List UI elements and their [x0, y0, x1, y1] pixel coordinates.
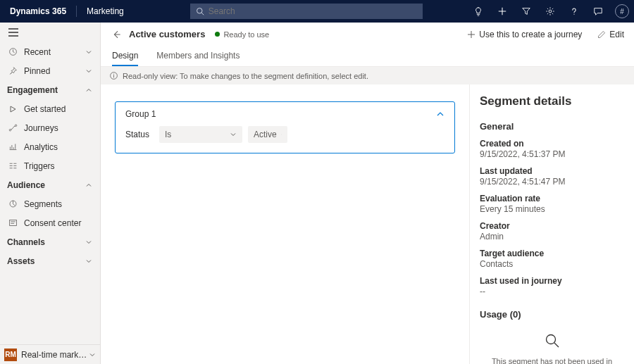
- chevron-down-icon: [85, 68, 93, 75]
- tab-design[interactable]: Design: [112, 46, 138, 66]
- play-icon: [7, 105, 18, 113]
- tab-members[interactable]: Members and Insights: [156, 46, 240, 66]
- nav-label: Assets: [7, 256, 85, 266]
- consent-icon: [7, 218, 18, 227]
- collapse-button[interactable]: [436, 110, 445, 118]
- clock-icon: [7, 47, 18, 56]
- nav-section-engagement[interactable]: Engagement: [0, 80, 100, 99]
- tab-bar: Design Members and Insights: [101, 46, 634, 67]
- create-journey-button[interactable]: Use this to create a journey: [464, 27, 585, 42]
- detail-label: Last updated: [480, 166, 624, 176]
- nav-recent[interactable]: Recent: [0, 42, 100, 61]
- nav-consent-center[interactable]: Consent center: [0, 213, 100, 232]
- group-title: Group 1: [125, 109, 156, 119]
- pencil-icon: [597, 30, 606, 39]
- nav-label: Segments: [24, 199, 93, 209]
- area-switcher[interactable]: RM Real-time marketi...: [0, 344, 100, 364]
- svg-line-1: [201, 13, 204, 15]
- filter-icon[interactable]: [514, 0, 538, 23]
- detail-value: 9/15/2022, 4:51:37 PM: [480, 149, 624, 159]
- action-label: Use this to create a journey: [479, 30, 582, 39]
- info-icon: [109, 71, 118, 80]
- global-search[interactable]: [190, 4, 423, 19]
- value-text: Active: [254, 130, 277, 139]
- nav-label: Pinned: [24, 66, 85, 76]
- nav-section-audience[interactable]: Audience: [0, 175, 100, 194]
- pin-icon: [7, 66, 18, 75]
- help-icon[interactable]: [562, 0, 586, 23]
- plus-icon[interactable]: [490, 0, 514, 23]
- chevron-down-icon: [85, 258, 93, 265]
- chevron-up-icon: [85, 87, 93, 94]
- detail-creator: Creator Admin: [480, 221, 624, 241]
- status-indicator: Ready to use: [215, 30, 269, 39]
- nav-label: Triggers: [24, 161, 93, 171]
- nav-label: Get started: [24, 104, 93, 114]
- hamburger-icon: [8, 28, 18, 37]
- operator-select[interactable]: Is: [159, 126, 242, 143]
- area-label: Real-time marketi...: [21, 350, 89, 360]
- svg-line-10: [554, 343, 559, 347]
- segment-details-panel: Segment details General Created on 9/15/…: [469, 84, 634, 364]
- chevron-up-icon: [436, 110, 445, 118]
- user-avatar[interactable]: #: [610, 0, 634, 23]
- lightbulb-icon[interactable]: [466, 0, 490, 23]
- chat-icon[interactable]: [586, 0, 610, 23]
- readonly-text: Read-only view: To make changes to the s…: [123, 72, 368, 80]
- detail-value: Admin: [480, 232, 624, 241]
- detail-label: Target audience: [480, 249, 624, 258]
- nav-section-channels[interactable]: Channels: [0, 232, 100, 251]
- usage-empty-text: This segment has not been used in journe…: [480, 356, 624, 364]
- nav-label: Journeys: [24, 123, 93, 133]
- svg-point-0: [197, 8, 202, 14]
- app-name[interactable]: Marketing: [77, 6, 134, 16]
- search-icon: [544, 332, 561, 349]
- chevron-down-icon: [230, 131, 237, 138]
- header-actions: #: [466, 0, 634, 23]
- search-input[interactable]: [209, 6, 417, 16]
- nav-journeys[interactable]: Journeys: [0, 118, 100, 137]
- arrow-left-icon: [111, 30, 121, 39]
- svg-rect-7: [9, 220, 16, 225]
- nav-analytics[interactable]: Analytics: [0, 137, 100, 156]
- chevron-down-icon: [85, 49, 93, 56]
- detail-label: Created on: [480, 139, 624, 149]
- filter-row: Status Is Active: [125, 126, 445, 143]
- nav-section-assets[interactable]: Assets: [0, 251, 100, 270]
- group-card: Group 1 Status Is Active: [115, 101, 455, 153]
- nav-triggers[interactable]: Triggers: [0, 156, 100, 175]
- back-button[interactable]: [108, 30, 125, 39]
- status-text: Ready to use: [223, 30, 269, 39]
- nav-label: Analytics: [24, 142, 93, 152]
- gear-icon[interactable]: [538, 0, 562, 23]
- svg-point-9: [546, 335, 555, 344]
- area-badge: RM: [4, 349, 17, 361]
- chevron-up-icon: [85, 182, 93, 189]
- details-title: Segment details: [480, 94, 624, 108]
- nav-label: Engagement: [7, 85, 85, 95]
- search-icon: [196, 7, 204, 15]
- nav-segments[interactable]: Segments: [0, 194, 100, 213]
- nav-label: Channels: [7, 237, 85, 247]
- nav-get-started[interactable]: Get started: [0, 99, 100, 118]
- value-select[interactable]: Active: [248, 126, 287, 143]
- status-dot-icon: [215, 32, 220, 37]
- svg-point-2: [549, 10, 552, 13]
- brand-label[interactable]: Dynamics 365: [0, 0, 76, 23]
- detail-label: Evaluation rate: [480, 194, 624, 203]
- triggers-icon: [7, 161, 18, 170]
- nav-label: Consent center: [24, 218, 93, 228]
- detail-evaluation-rate: Evaluation rate Every 15 minutes: [480, 194, 624, 214]
- nav-toggle[interactable]: [0, 23, 100, 42]
- nav-pinned[interactable]: Pinned: [0, 61, 100, 80]
- chevron-down-icon: [281, 131, 282, 138]
- usage-heading: Usage (0): [480, 309, 624, 320]
- plus-icon: [467, 30, 476, 39]
- detail-label: Last used in journey: [480, 276, 624, 286]
- detail-created-on: Created on 9/15/2022, 4:51:37 PM: [480, 139, 624, 159]
- operator-value: Is: [165, 130, 171, 139]
- segments-icon: [7, 199, 18, 208]
- edit-button[interactable]: Edit: [595, 27, 627, 42]
- detail-last-updated: Last updated 9/15/2022, 4:51:47 PM: [480, 166, 624, 187]
- page-header: Active customers Ready to use Use this t…: [101, 23, 634, 46]
